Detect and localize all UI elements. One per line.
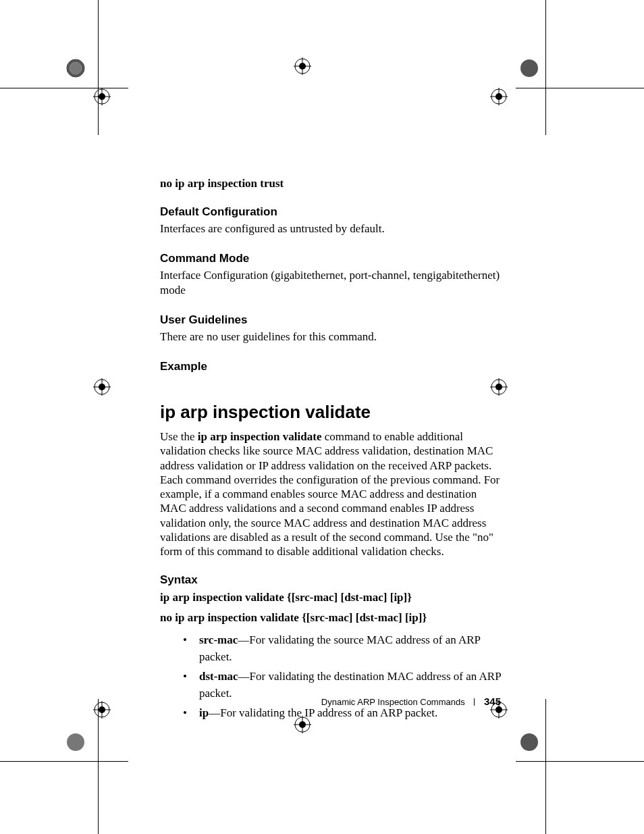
bullet-term: src-mac <box>199 633 238 646</box>
page-root: no ip arp inspection trust Default Confi… <box>0 0 644 834</box>
syntax-param: dst-mac <box>344 591 383 604</box>
text-user-guidelines: There are no user guidelines for this co… <box>160 330 501 344</box>
text-default-configuration: Interfaces are configured as untrusted b… <box>160 221 501 236</box>
svg-point-8 <box>520 59 538 77</box>
text-command-mode: Interface Configuration (gigabitethernet… <box>160 268 501 297</box>
heading-syntax: Syntax <box>160 573 501 587</box>
bullet-desc: —For validating the source MAC address o… <box>199 633 480 664</box>
command-title: ip arp inspection validate <box>160 402 501 423</box>
svg-point-21 <box>67 733 84 751</box>
syntax-text: ] [ <box>349 611 360 624</box>
syntax-param: dst-mac <box>359 611 398 624</box>
syntax-line-2: no ip arp inspection validate {[src-mac]… <box>160 610 501 626</box>
syntax-text: ip arp inspection validate {[ <box>160 591 295 604</box>
para-text: Use the <box>160 430 198 443</box>
syntax-param: src-mac <box>295 591 333 604</box>
registration-mark-icon <box>490 88 551 149</box>
no-command-line: no ip arp inspection trust <box>160 177 501 190</box>
bullet-term: ip <box>199 706 209 719</box>
syntax-line-1: ip arp inspection validate {[src-mac] [d… <box>160 590 501 606</box>
svg-point-38 <box>299 63 306 70</box>
footer-separator-icon <box>474 698 475 706</box>
syntax-text: ]} <box>404 591 412 604</box>
syntax-param: src-mac <box>311 611 349 624</box>
para-bold: ip arp inspection validate <box>198 430 322 443</box>
svg-point-16 <box>99 384 105 390</box>
registration-mark-icon <box>294 716 354 777</box>
heading-user-guidelines: User Guidelines <box>160 313 501 327</box>
syntax-text: no ip arp inspection validate {[ <box>160 611 311 624</box>
para-text: command to enable additional validation … <box>160 430 500 558</box>
footer-page-number: 345 <box>484 696 501 707</box>
syntax-text: ]} <box>419 611 427 624</box>
bullet-desc: —For validating the IP address of an ARP… <box>209 706 437 719</box>
page-content: no ip arp inspection trust Default Confi… <box>160 177 501 723</box>
heading-command-mode: Command Mode <box>160 252 501 265</box>
svg-point-7 <box>99 93 105 100</box>
footer-section-name: Dynamic ARP Inspection Commands <box>321 697 465 707</box>
bullet-term: dst-mac <box>199 670 238 683</box>
registration-mark-icon <box>93 88 154 149</box>
syntax-text: ] [ <box>398 611 409 624</box>
page-footer: Dynamic ARP Inspection Commands 345 <box>160 696 501 707</box>
syntax-param: ip <box>409 611 419 624</box>
heading-default-configuration: Default Configuration <box>160 205 501 219</box>
list-item: src-mac—For validating the source MAC ad… <box>160 631 501 666</box>
heading-example: Example <box>160 360 501 373</box>
svg-point-12 <box>495 93 502 100</box>
syntax-text: ] [ <box>334 591 345 604</box>
registration-mark-icon <box>93 378 154 439</box>
syntax-param: ip <box>394 591 403 604</box>
command-description: Use the ip arp inspection validate comma… <box>160 429 501 558</box>
svg-point-3 <box>70 62 82 74</box>
svg-point-25 <box>99 706 105 713</box>
syntax-text: ] [ <box>383 591 394 604</box>
bullet-list: src-mac—For validating the source MAC ad… <box>160 631 501 722</box>
registration-mark-icon <box>93 701 154 762</box>
registration-mark-icon <box>294 57 354 118</box>
